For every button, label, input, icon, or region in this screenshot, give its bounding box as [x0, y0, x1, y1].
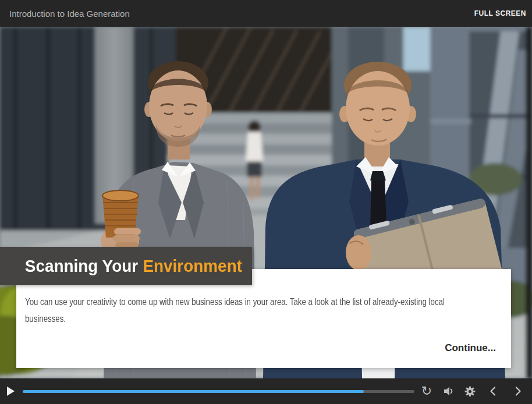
play-button[interactable] — [3, 384, 17, 398]
seekbar[interactable] — [23, 390, 414, 393]
course-player-window: Introduction to Idea Generation FULL SCR… — [0, 0, 532, 404]
volume-button[interactable] — [442, 384, 456, 398]
play-icon — [6, 386, 15, 396]
slide-stage: Scanning YourEnvironment You can use you… — [0, 27, 532, 378]
slide-title-text: Scanning Your — [25, 256, 138, 275]
slide-title: Scanning YourEnvironment — [0, 256, 242, 276]
gear-icon — [464, 386, 476, 397]
replay-icon: ↻ — [421, 384, 432, 398]
next-button[interactable] — [511, 384, 525, 398]
progress-fill — [23, 390, 364, 393]
top-bar: Introduction to Idea Generation FULL SCR… — [0, 0, 532, 27]
settings-button[interactable] — [463, 384, 477, 398]
caption-paragraph: You can use your creativity to come up w… — [25, 294, 463, 327]
continue-link[interactable]: Continue... — [445, 342, 496, 354]
speaker-icon — [444, 386, 455, 396]
course-title: Introduction to Idea Generation — [0, 9, 130, 19]
chevron-right-icon — [514, 386, 522, 396]
previous-button[interactable] — [486, 384, 500, 398]
fullscreen-button[interactable]: FULL SCREEN — [474, 9, 532, 17]
player-bar: ↻ — [0, 378, 532, 404]
slide-title-accent: Environment — [143, 256, 242, 275]
replay-button[interactable]: ↻ — [420, 384, 434, 398]
chevron-left-icon — [489, 386, 497, 396]
slide-title-banner: Scanning YourEnvironment — [0, 247, 252, 285]
